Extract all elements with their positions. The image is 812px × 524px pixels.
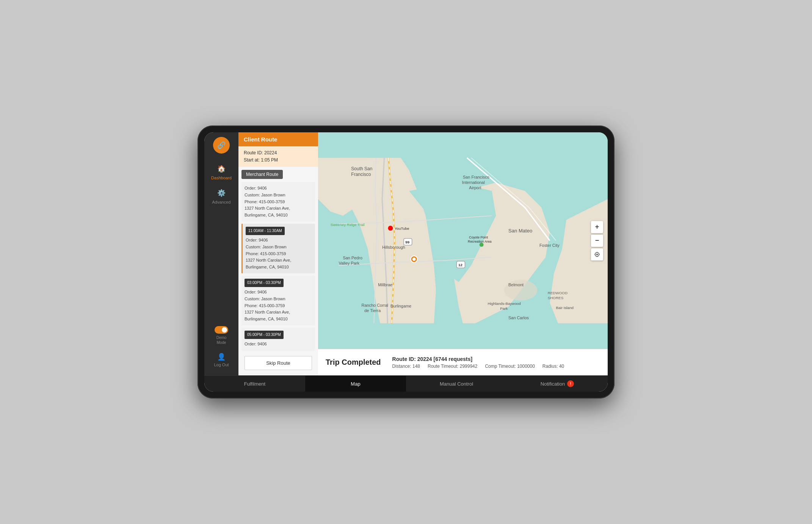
trip-details: Route ID: 20224 [6744 requests] Distance… — [392, 356, 564, 369]
svg-point-23 — [388, 226, 393, 231]
zoom-out-button[interactable]: − — [591, 235, 603, 247]
device-screen: 🔗 🏠 Dashboard ⚙️ Advanced DemoMode 👤 — [204, 132, 608, 392]
svg-text:San Francisco: San Francisco — [463, 175, 489, 179]
trip-completed-bar: Trip Completed Route ID: 20224 [6744 req… — [318, 349, 608, 375]
merchant-route-button[interactable]: Merchant Route — [241, 170, 283, 179]
svg-text:San Carlos: San Carlos — [508, 315, 529, 320]
svg-text:Park: Park — [500, 306, 508, 311]
stop2-address: 1327 North Carolan Ave,Burlingame, CA, 9… — [246, 257, 312, 270]
svg-text:Airport: Airport — [469, 185, 481, 190]
locate-button[interactable] — [591, 248, 603, 260]
svg-text:SHORES: SHORES — [548, 296, 564, 300]
stop1-order: Order: 9406 — [245, 185, 312, 192]
stop3-phone: Phone: 415-000-3759 — [245, 303, 312, 309]
map-controls: + − — [591, 221, 603, 260]
demo-mode-toggle[interactable] — [215, 326, 228, 334]
zoom-in-button[interactable]: + — [591, 221, 603, 233]
device-frame: 🔗 🏠 Dashboard ⚙️ Advanced DemoMode 👤 — [198, 126, 614, 398]
stop3-custom: Custom: Jason Brown — [245, 296, 312, 303]
svg-text:12: 12 — [458, 263, 462, 267]
svg-text:Hillsborough: Hillsborough — [382, 245, 405, 249]
svg-text:International: International — [462, 180, 485, 185]
route-stop-3: 03:00PM - 03:30PM Order: 9406 Custom: Ja… — [241, 276, 315, 325]
stop1-phone: Phone: 415-000-3759 — [245, 199, 312, 206]
svg-text:Sweeney Ridge Trail: Sweeney Ridge Trail — [331, 223, 365, 227]
route-start-time: Start at: 1:05 PM — [244, 157, 313, 164]
map-svg: South San Francisco San Francisco Intern… — [318, 132, 608, 349]
svg-text:YouTube: YouTube — [395, 226, 409, 231]
route-panel: Client Route Route ID: 20224 Start at: 1… — [238, 132, 318, 375]
svg-text:Highlands-Baywood: Highlands-Baywood — [488, 301, 520, 306]
sidebar-item-advanced[interactable]: ⚙️ Advanced — [204, 184, 238, 208]
nav-manual-control[interactable]: Manual Control — [406, 376, 507, 392]
nav-map[interactable]: Map — [305, 376, 406, 392]
svg-point-36 — [597, 254, 598, 255]
stop4-time: 05:00PM - 03:30PM — [245, 331, 284, 339]
svg-text:Recreation Area: Recreation Area — [468, 240, 492, 243]
svg-text:99: 99 — [405, 240, 409, 244]
stop2-time: 11:00AM - 11:30AM — [246, 227, 285, 235]
svg-text:South San: South San — [351, 166, 372, 171]
advanced-icon: ⚙️ — [216, 188, 227, 198]
map-view[interactable]: South San Francisco San Francisco Intern… — [318, 132, 608, 349]
stop3-order: Order: 9406 — [245, 289, 312, 296]
svg-text:Francisco: Francisco — [351, 172, 371, 177]
demo-mode-label: DemoMode — [216, 335, 227, 345]
stop3-address: 1327 North Carolan Ave,Burlingame, CA, 9… — [245, 309, 312, 322]
map-container: South San Francisco San Francisco Intern… — [318, 132, 608, 375]
stop3-time: 03:00PM - 03:30PM — [245, 279, 284, 287]
trip-radius: Radius: 40 — [542, 364, 564, 369]
skip-route-button[interactable]: Skip Route — [245, 356, 312, 370]
sidebar-advanced-label: Advanced — [212, 200, 231, 204]
svg-text:Belmont: Belmont — [508, 282, 524, 287]
svg-text:Foster City: Foster City — [539, 243, 560, 248]
stop2-phone: Phone: 415-000-3759 — [246, 251, 312, 257]
trip-route-id: Route ID: 20224 [6744 requests] — [392, 356, 564, 362]
route-stop-1: Order: 9406 Custom: Jason Brown Phone: 4… — [241, 182, 315, 221]
svg-text:Bair Island: Bair Island — [556, 306, 574, 310]
notification-badge: ! — [567, 380, 574, 387]
locate-icon — [594, 251, 600, 257]
sidebar-item-dashboard[interactable]: 🏠 Dashboard — [204, 160, 238, 184]
svg-text:de Tierra: de Tierra — [364, 308, 381, 313]
stop2-order: Order: 9406 — [246, 237, 312, 244]
trip-completed-title: Trip Completed — [326, 358, 381, 367]
logout-label: Log Out — [214, 362, 229, 367]
trip-route-timeout: Route Timeout: 2999942 — [428, 364, 477, 369]
route-panel-header: Client Route — [238, 132, 318, 146]
sidebar-logout[interactable]: 👤 Log Out — [211, 349, 232, 371]
svg-text:Coyote Point: Coyote Point — [469, 235, 488, 239]
route-info: Route ID: 20224 Start at: 1:05 PM — [238, 146, 318, 167]
nav-fulfilment[interactable]: Fulfilment — [204, 376, 305, 392]
stop4-order: Order: 9406 — [245, 341, 312, 348]
stop2-custom: Custom: Jason Brown — [246, 244, 312, 251]
trip-comp-timeout: Comp Timeout: 1000000 — [485, 364, 535, 369]
svg-text:Valley Park: Valley Park — [339, 261, 360, 265]
logout-icon: 👤 — [217, 353, 226, 361]
sidebar: 🔗 🏠 Dashboard ⚙️ Advanced DemoMode 👤 — [204, 132, 238, 375]
nav-notification[interactable]: Notification ! — [507, 376, 608, 392]
stop1-address: 1327 North Carolan Ave,Burlingame, CA, 9… — [245, 205, 312, 218]
trip-stats: Distance: 148 Route Timeout: 2999942 Com… — [392, 364, 564, 369]
svg-text:Burlingame: Burlingame — [390, 304, 411, 308]
bottom-nav: Fulfilment Map Manual Control Notificati… — [204, 375, 608, 392]
svg-point-34 — [412, 257, 416, 261]
route-scroll: Merchant Route Order: 9406 Custom: Jason… — [238, 167, 318, 375]
svg-text:San Mateo: San Mateo — [508, 228, 532, 234]
route-stop-2: 11:00AM - 11:30AM Order: 9406 Custom: Ja… — [241, 224, 315, 273]
sidebar-demo-mode: DemoMode — [212, 322, 231, 349]
dashboard-icon: 🏠 — [216, 163, 227, 174]
svg-text:San Pedro: San Pedro — [343, 256, 362, 260]
svg-text:REDWOOD: REDWOOD — [548, 291, 567, 295]
main-content: 🔗 🏠 Dashboard ⚙️ Advanced DemoMode 👤 — [204, 132, 608, 375]
trip-distance: Distance: 148 — [392, 364, 420, 369]
svg-text:Rancho Corral: Rancho Corral — [362, 303, 388, 307]
app-logo: 🔗 — [213, 137, 230, 154]
sidebar-dashboard-label: Dashboard — [211, 176, 232, 180]
svg-text:Millbrae: Millbrae — [378, 282, 392, 287]
route-stop-4: 05:00PM - 03:30PM Order: 9406 — [241, 328, 315, 351]
stop1-custom: Custom: Jason Brown — [245, 192, 312, 199]
route-id: Route ID: 20224 — [244, 149, 313, 157]
